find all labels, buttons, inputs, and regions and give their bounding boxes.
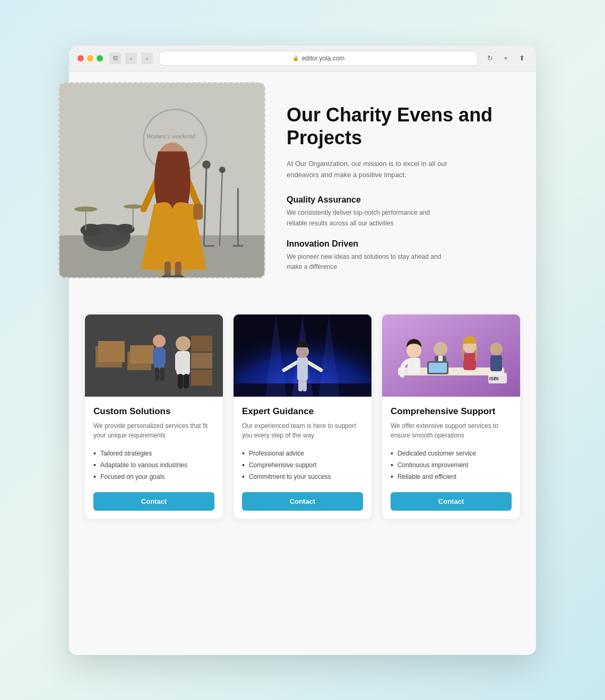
svg-point-41 [176,336,191,351]
address-bar[interactable]: 🔒 editor.yola.com [159,51,478,66]
list-item: Focused on your goals [93,471,214,483]
browser-controls: ⊟ ‹ › [109,52,153,64]
list-item: Dedicated customer service [391,448,512,459]
feature-item-innovation: Innovation Driven We pioneer new ideas a… [287,239,520,272]
svg-point-65 [407,343,421,358]
svg-point-12 [116,224,135,234]
back-button[interactable]: ‹ [125,52,137,64]
list-item: Comprehensive support [242,459,363,471]
hero-text-content: Our Charity Evens and Projects At Our Or… [287,88,520,283]
url-text: editor.yola.com [302,55,345,62]
sidebar-toggle-icon[interactable]: ⊟ [109,52,121,64]
browser-chrome: ⊟ ‹ › 🔒 editor.yola.com ↻ + ⬆ [69,46,536,72]
svg-rect-37 [153,349,157,365]
feature-quality-desc: We consistently deliver top-notch perfor… [287,208,446,228]
svg-point-73 [490,343,503,355]
list-item: Continuous improvement [391,459,512,471]
hero-section: Women's weekend [85,88,520,283]
svg-rect-38 [161,349,166,365]
add-tab-icon[interactable]: + [500,52,512,64]
browser-content: Women's weekend [69,72,536,655]
card-custom-solutions: Custom Solutions We provide personalized… [85,314,223,519]
card-1-contact-button[interactable]: Contact [93,492,214,511]
refresh-icon[interactable]: ↻ [484,52,496,64]
svg-rect-47 [191,336,212,352]
svg-point-13 [74,206,98,212]
minimize-button[interactable] [87,55,93,62]
svg-point-8 [219,167,226,173]
card-3-list: Dedicated customer service Continuous im… [391,448,512,483]
svg-point-15 [124,204,143,208]
svg-point-6 [202,160,211,169]
card-expert-guidance: Expert Guidance Our experienced team is … [234,314,371,519]
card-2-contact-button[interactable]: Contact [242,492,363,511]
card-2-image [234,314,371,397]
cards-section: Custom Solutions We provide personalized… [85,314,520,519]
feature-quality-title: Quality Assurance [287,195,520,205]
card-3-title: Comprehensive Support [391,406,512,417]
svg-rect-40 [160,368,165,381]
card-1-description: We provide personalized services that fi… [93,421,214,440]
card-2-body: Expert Guidance Our experienced team is … [234,397,371,519]
hero-image-wrapper: Women's weekend [85,88,265,278]
browser-window: ⊟ ‹ › 🔒 editor.yola.com ↻ + ⬆ [69,46,536,655]
svg-rect-43 [175,353,180,371]
card-1-image [85,314,223,397]
maximize-button[interactable] [97,55,103,62]
card-2-svg [234,314,371,397]
svg-point-67 [434,342,447,356]
hero-title: Our Charity Evens and Projects [287,103,520,149]
svg-rect-44 [185,353,190,371]
list-item: Adaptable to various industries [93,459,214,471]
feature-innovation-title: Innovation Driven [287,239,520,249]
svg-rect-72 [463,353,476,370]
card-1-svg [85,314,223,397]
hero-image-container: Women's weekend [58,82,265,278]
card-1-title: Custom Solutions [93,406,214,417]
svg-rect-74 [490,355,502,371]
lock-icon: 🔒 [292,55,299,61]
svg-rect-46 [184,374,189,389]
list-item: Reliable and efficient [391,471,512,483]
hero-image: Women's weekend [59,83,264,277]
traffic-lights [77,55,103,62]
svg-rect-45 [178,374,183,389]
browser-actions: ↻ + ⬆ [484,52,528,64]
card-3-image: ISBI [382,314,520,397]
share-icon[interactable]: ⬆ [516,52,528,64]
card-comprehensive-support: ISBI Comprehensive Support We offer exte… [382,314,520,519]
card-3-body: Comprehensive Support We offer extensive… [382,397,520,519]
svg-rect-22 [193,204,203,220]
svg-text:Women's weekend: Women's weekend [146,132,195,139]
feature-item-quality: Quality Assurance We consistently delive… [287,195,520,228]
card-3-description: We offer extensive support services to e… [391,421,512,440]
svg-rect-39 [155,368,159,381]
svg-point-11 [81,224,102,237]
svg-rect-76 [429,363,447,373]
svg-rect-49 [191,370,212,386]
hero-description: At Our Organization, our mission is to e… [287,159,456,181]
card-2-description: Our experienced team is here to support … [242,421,363,440]
card-1-body: Custom Solutions We provide personalized… [85,397,223,519]
svg-text:ISBI: ISBI [489,376,499,381]
forward-button[interactable]: › [141,52,153,64]
card-3-contact-button[interactable]: Contact [391,492,512,511]
svg-point-35 [153,335,166,347]
card-2-title: Expert Guidance [242,406,363,417]
svg-rect-34 [130,345,154,364]
list-item: Tailored strategies [93,448,214,459]
card-1-list: Tailored strategies Adaptable to various… [93,448,214,483]
card-2-list: Professional advice Comprehensive suppor… [242,448,363,483]
card-3-svg: ISBI [382,314,520,397]
svg-rect-32 [98,341,125,362]
list-item: Professional advice [242,448,363,459]
svg-rect-48 [191,353,212,369]
close-button[interactable] [77,55,84,62]
list-item: Commitment to your success [242,471,363,483]
feature-innovation-desc: We pioneer new ideas and solutions to st… [287,252,446,272]
